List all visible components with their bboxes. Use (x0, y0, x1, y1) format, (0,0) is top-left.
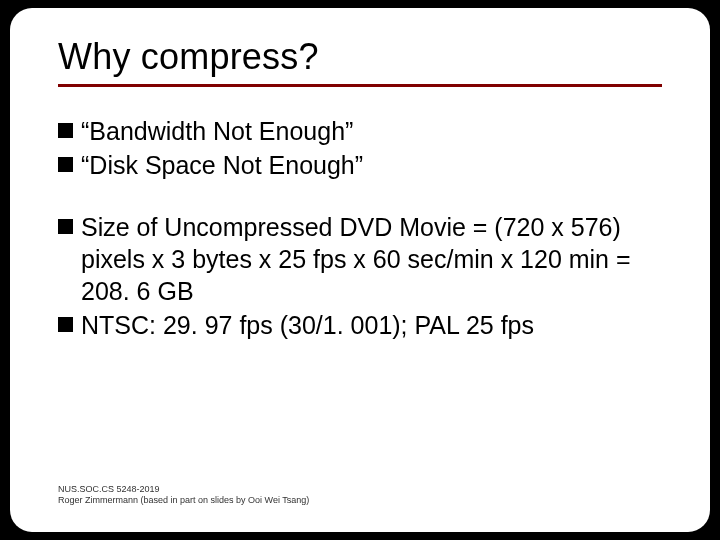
bullet-text: NTSC: 29. 97 fps (30/1. 001); PAL 25 fps (81, 309, 534, 341)
square-bullet-icon (58, 219, 73, 234)
bullet-text: Size of Uncompressed DVD Movie = (720 x … (81, 211, 662, 307)
slide-title: Why compress? (58, 36, 662, 87)
bullet-text: “Disk Space Not Enough” (81, 149, 363, 181)
list-item: Size of Uncompressed DVD Movie = (720 x … (58, 211, 662, 307)
list-item: “Disk Space Not Enough” (58, 149, 662, 181)
square-bullet-icon (58, 123, 73, 138)
footer-line-1: NUS.SOC.CS 5248-2019 (58, 484, 309, 495)
slide: Why compress? “Bandwidth Not Enough” “Di… (10, 8, 710, 532)
bullet-text: “Bandwidth Not Enough” (81, 115, 353, 147)
square-bullet-icon (58, 157, 73, 172)
footer-line-2: Roger Zimmermann (based in part on slide… (58, 495, 309, 506)
bullet-group-1: “Bandwidth Not Enough” “Disk Space Not E… (58, 115, 662, 181)
list-item: NTSC: 29. 97 fps (30/1. 001); PAL 25 fps (58, 309, 662, 341)
bullet-group-2: Size of Uncompressed DVD Movie = (720 x … (58, 211, 662, 341)
slide-footer: NUS.SOC.CS 5248-2019 Roger Zimmermann (b… (58, 484, 309, 507)
list-item: “Bandwidth Not Enough” (58, 115, 662, 147)
square-bullet-icon (58, 317, 73, 332)
